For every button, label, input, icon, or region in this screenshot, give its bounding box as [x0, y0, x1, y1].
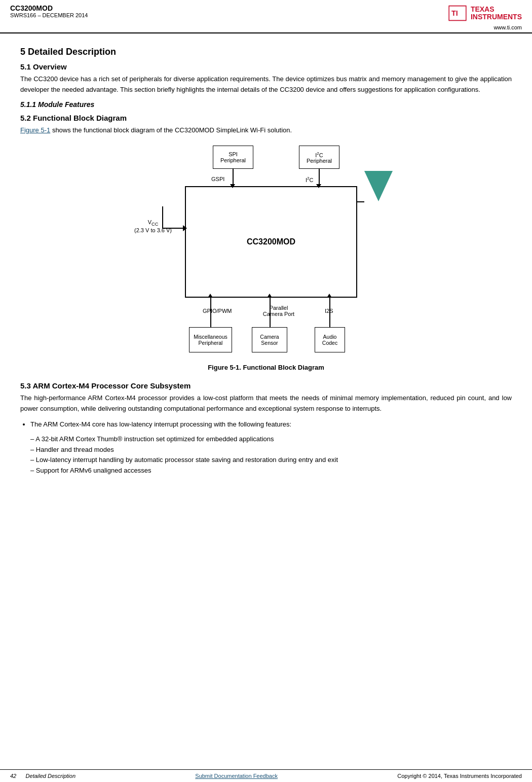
page-number: 42 [10, 773, 16, 779]
footer-left: 42 Detailed Description [10, 773, 75, 779]
spi-label: SPIPeripheral [220, 151, 246, 163]
figure-link[interactable]: Figure 5-1 [20, 126, 50, 134]
antenna-line [357, 201, 364, 202]
camera-sensor-box: CameraSensor [252, 327, 287, 352]
figure-caption: Figure 5-1. Functional Block Diagram [208, 364, 324, 371]
website-url: www.ti.com [493, 24, 522, 30]
footer-center: Submit Documentation Feedback [195, 773, 278, 779]
main-chip-box: CC3200MOD [185, 186, 357, 298]
antenna-icon [364, 171, 393, 201]
section511-title: 5.1.1 Module Features [20, 100, 512, 109]
spi-peripheral-box: SPIPeripheral [213, 146, 253, 169]
misc-peripheral-box: MiscellaneousPeripheral [189, 327, 232, 352]
sub-bullet-3: Low-latency interrupt handling by automa… [30, 455, 512, 466]
feedback-link[interactable]: Submit Documentation Feedback [195, 773, 278, 779]
gpio-label: GPIO/PWM [203, 308, 232, 314]
camera-arrow [267, 294, 272, 298]
sub-bullet-4: Support for ARMv6 unaligned accesses [30, 466, 512, 476]
sub-bullet-1: A 32-bit ARM Cortex Thumb® instruction s… [30, 434, 512, 445]
section52-title: 5.2 Functional Block Diagram [20, 114, 512, 122]
page-header: CC3200MOD SWRS166 – DECEMBER 2014 TI TEX… [0, 0, 532, 33]
misc-arrow [208, 294, 213, 298]
header-left: CC3200MOD SWRS166 – DECEMBER 2014 [10, 4, 88, 18]
footer-right: Copyright © 2014, Texas Instruments Inco… [397, 773, 522, 779]
main-content: 5 Detailed Description 5.1 Overview The … [0, 33, 532, 484]
ti-logo-text: TEXAS INSTRUMENTS [471, 6, 522, 21]
vcc-label: VCC(2.3 V to 3.6 V) [134, 219, 172, 233]
main-chip-label: CC3200MOD [247, 237, 295, 246]
bullet-item-1: The ARM Cortex-M4 core has low-latency i… [30, 419, 512, 430]
misc-connector-line [210, 298, 211, 327]
instruments-text: INSTRUMENTS [471, 13, 522, 21]
section51-body: The CC3200 device has a rich set of peri… [20, 74, 512, 95]
vcc-horiz-line [162, 228, 185, 229]
figure-container: CC3200MOD SPIPeripheral I2CPeripheral GS… [20, 146, 512, 371]
section52-intro-text: shows the functional block diagram of th… [52, 126, 292, 134]
i2c-arrow [316, 184, 321, 188]
sub-bullet-2: Handler and thread modes [30, 445, 512, 455]
sub-bullet-list: A 32-bit ARM Cortex Thumb® instruction s… [30, 434, 512, 476]
section52-intro: Figure 5-1 shows the functional block di… [20, 125, 512, 136]
vcc-arrowhead [183, 225, 187, 231]
gspi-label: GSPI [211, 176, 224, 182]
i2c-peripheral-box: I2CPeripheral [299, 146, 339, 169]
section5-title: 5 Detailed Description [20, 47, 512, 57]
svg-text:TI: TI [451, 9, 458, 17]
vcc-vert-line [162, 206, 163, 229]
section51-title: 5.1 Overview [20, 62, 512, 71]
i2s-arrow [327, 294, 332, 298]
ti-logo-icon: TI [447, 4, 468, 22]
section53-title: 5.3 ARM Cortex-M4 Processor Core Subsyst… [20, 381, 512, 390]
page-footer: 42 Detailed Description Submit Documenta… [0, 769, 532, 782]
texas-text: TEXAS [471, 6, 522, 13]
spi-arrow [230, 184, 235, 188]
camera-connector-line [270, 298, 271, 327]
doc-number: SWRS166 – DECEMBER 2014 [10, 12, 88, 18]
product-code: CC3200MOD [10, 4, 88, 12]
i2c-top-label: I2C [306, 176, 313, 183]
header-right: TI TEXAS INSTRUMENTS www.ti.com [447, 4, 522, 30]
ti-logo: TI TEXAS INSTRUMENTS [447, 4, 522, 22]
bullet-list: The ARM Cortex-M4 core has low-latency i… [30, 419, 512, 430]
i2c-connector-line [319, 169, 320, 186]
section53-body: The high-performance ARM Cortex-M4 proce… [20, 393, 512, 414]
spi-connector-line [233, 169, 234, 186]
parallel-label: ParallelCamera Port [256, 305, 301, 317]
footer-section-label: Detailed Description [26, 773, 75, 779]
audio-codec-box: AudioCodec [315, 327, 345, 352]
i2c-peripheral-label: I2CPeripheral [307, 151, 332, 164]
i2s-connector-line [329, 298, 330, 327]
block-diagram: CC3200MOD SPIPeripheral I2CPeripheral GS… [124, 146, 408, 359]
